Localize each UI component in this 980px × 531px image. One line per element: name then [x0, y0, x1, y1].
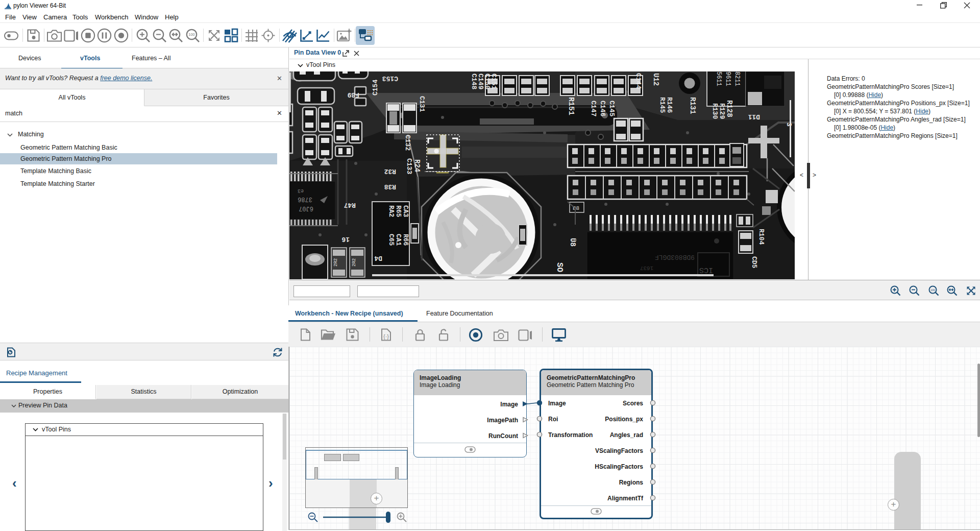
svg-text:RA2: RA2	[387, 205, 395, 218]
svg-text:C151: C151	[490, 74, 498, 89]
svg-text:16: 16	[341, 235, 350, 243]
svg-text:B8: B8	[573, 205, 579, 211]
svg-text:C146: C146	[599, 101, 606, 116]
svg-text:FB9: FB9	[347, 91, 359, 99]
svg-text:R47: R47	[344, 201, 356, 209]
svg-text:U8: U8	[569, 238, 577, 247]
svg-text:5611: 5611	[715, 71, 722, 86]
svg-text:C131: C131	[418, 96, 426, 112]
svg-text:C150: C150	[483, 74, 491, 89]
svg-text:CA1: CA1	[395, 234, 402, 246]
svg-text:C145: C145	[608, 101, 616, 116]
svg-text:R131: R131	[689, 97, 697, 114]
svg-text:6J07: 6J07	[299, 205, 313, 212]
svg-text:D4: D4	[374, 254, 382, 262]
svg-text:2R2: 2R2	[333, 258, 338, 267]
svg-text:9DB803DGLF: 9DB803DGLF	[655, 253, 695, 261]
svg-text:C132: C132	[404, 135, 411, 151]
svg-text:C149: C149	[477, 74, 484, 89]
svg-text:C154: C154	[372, 80, 379, 95]
svg-text:e3: e3	[298, 188, 304, 194]
svg-text:100: 100	[930, 288, 935, 292]
svg-text:1637: 1637	[640, 265, 653, 271]
svg-text:R32: R32	[384, 167, 396, 175]
svg-text:CD5: CD5	[750, 256, 758, 269]
svg-text:R146: R146	[666, 97, 673, 113]
svg-text:R66: R66	[402, 234, 409, 246]
svg-text:R151: R151	[567, 97, 575, 115]
svg-text:8211: 8211	[733, 71, 741, 86]
svg-text:R145: R145	[658, 97, 666, 113]
svg-text:C153: C153	[382, 75, 398, 82]
svg-text:C148: C148	[470, 74, 478, 89]
svg-text:U12: U12	[652, 73, 660, 86]
svg-text:CA3: CA3	[402, 205, 409, 218]
svg-text:SO: SO	[555, 262, 564, 273]
svg-text:R65: R65	[395, 205, 402, 218]
svg-text:ICS: ICS	[699, 266, 713, 274]
svg-text:R104: R104	[757, 229, 765, 245]
svg-text:C65: C65	[387, 234, 395, 246]
svg-text:R24: R24	[413, 159, 421, 172]
svg-text:C133: C133	[405, 158, 413, 174]
svg-text:R38: R38	[384, 183, 396, 190]
svg-text:100: 100	[188, 32, 195, 37]
svg-text:2R2: 2R2	[352, 258, 357, 267]
svg-text:{·}: {·}	[383, 333, 389, 340]
svg-text:R130: R130	[711, 103, 719, 119]
svg-text:9611: 9611	[724, 71, 731, 86]
svg-text:C147: C147	[590, 101, 597, 116]
svg-text:C144: C144	[634, 73, 642, 89]
svg-text:D11: D11	[748, 113, 760, 120]
svg-text:3786: 3786	[298, 196, 312, 203]
svg-text:3: 3	[785, 123, 793, 127]
svg-text:R129: R129	[718, 103, 726, 119]
svg-text:R128: R128	[725, 100, 733, 117]
